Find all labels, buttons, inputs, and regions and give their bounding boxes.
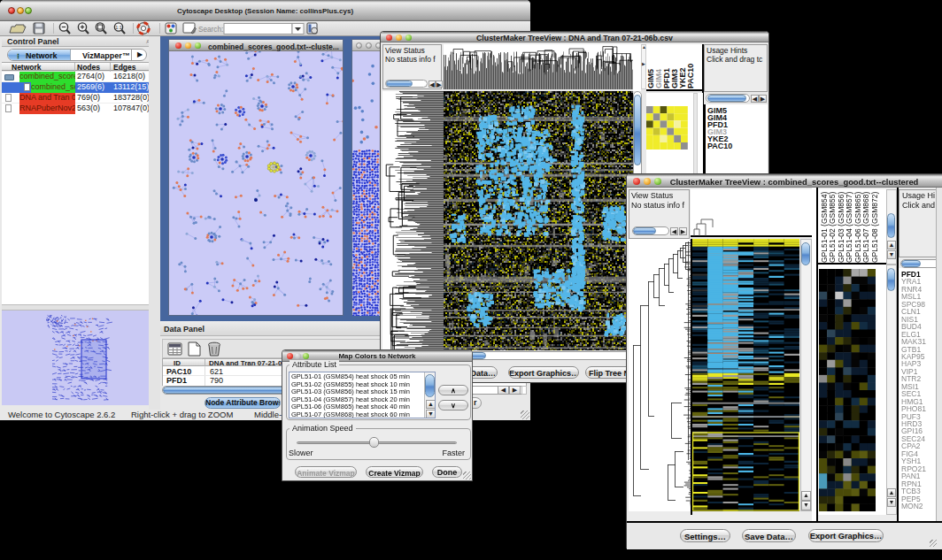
svg-text:1:1: 1:1 [115,25,122,30]
svg-text:Search:: Search: [198,26,223,34]
